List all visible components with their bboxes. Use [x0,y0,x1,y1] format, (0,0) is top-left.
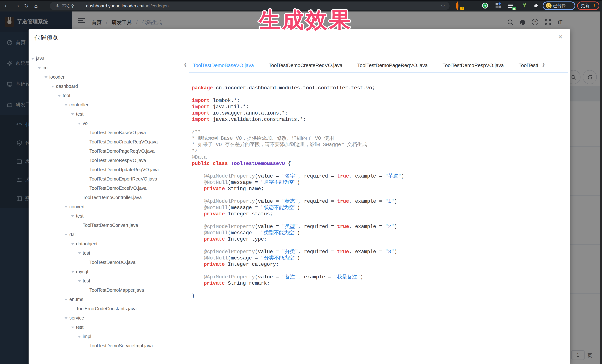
code-file-tab[interactable]: ToolTestDemoPageReqVO.java [350,59,435,73]
tree-folder-node[interactable]: test [29,248,185,258]
caret-down-icon[interactable] [76,334,83,339]
code-view: package cn.iocoder.dashboard.modules.too… [192,85,566,299]
code-file-tab[interactable]: ToolTestDemoUpdateReqVO.java [511,59,538,73]
extension-gem-icon[interactable] [470,3,476,9]
update-label: 更新 [581,3,589,9]
tree-file-node[interactable]: ToolTestDemoPageReqVO.java [29,146,185,156]
caret-down-icon[interactable] [36,65,43,70]
code-line: import java.util.*; [192,104,566,110]
browser-update-button[interactable]: 更新 ⋮ [577,1,599,10]
caret-down-icon[interactable] [76,250,83,256]
tree-folder-node[interactable]: convert [29,202,185,211]
code-line: @NotNull(message = "分类不能为空") [192,255,566,261]
tree-file-node[interactable]: ToolTestDemoCreateReqVO.java [29,137,185,146]
extensions-puzzle-icon[interactable] [533,3,539,8]
tree-file-node[interactable]: ToolTestDemoConvert.java [29,220,185,230]
home-icon[interactable]: ⌂ [33,3,39,9]
code-preview-dialog: 代码预览 ✕ javacniocoderdashboardtoolcontrol… [29,29,570,364]
caret-spacer [83,289,89,291]
tree-folder-node[interactable]: vo [29,119,185,128]
extension-grid-icon[interactable] [495,3,501,8]
tree-folder-node[interactable]: service [29,313,185,322]
tree-folder-node[interactable]: test [29,322,185,332]
caret-down-icon[interactable] [69,324,76,330]
tree-node-label: dataobject [76,241,97,246]
tree-file-node[interactable]: ToolTestDemoExportReqVO.java [29,174,185,184]
tree-folder-node[interactable]: enums [29,295,185,304]
browser-profile-chip[interactable]: 已暂停 [543,1,575,10]
tree-node-label: ToolTestDemoBaseVO.java [89,130,146,135]
code-line: private Integer category; [192,261,566,268]
dialog-title: 代码预览 [34,34,58,42]
tree-folder-node[interactable]: dashboard [29,82,185,91]
caret-down-icon[interactable] [69,213,76,218]
extension-green-icon[interactable]: y [482,3,488,9]
tree-folder-node[interactable]: controller [29,100,185,109]
tree-file-node[interactable]: ToolTestDemoUpdateReqVO.java [29,165,185,174]
code-file-tab[interactable]: ToolTestDemoBaseVO.java [189,59,261,73]
caret-down-icon[interactable] [69,111,76,117]
tree-folder-node[interactable]: tool [29,91,185,100]
url-text[interactable]: dashboard.yudao.iocoder.cn/tool/codegen [86,3,169,9]
back-icon[interactable]: ← [4,3,11,9]
caret-down-icon[interactable] [56,93,63,98]
caret-down-icon[interactable] [49,83,56,89]
tree-folder-node[interactable]: mysql [29,267,185,276]
tree-file-node[interactable]: ToolErrorCodeConstants.java [29,304,185,313]
tree-node-label: java [36,56,44,61]
extension-plant-icon[interactable] [522,3,527,8]
code-line [192,217,566,224]
caret-down-icon[interactable] [63,232,69,237]
tree-folder-node[interactable]: test [29,109,185,119]
tree-file-node[interactable]: ToolTestDemoExcelVO.java [29,184,185,193]
code-file-tab[interactable]: ToolTestDemoCreateReqVO.java [261,59,350,73]
caret-down-icon[interactable] [69,269,76,274]
caret-spacer [83,178,89,180]
tree-folder-node[interactable]: java [29,54,185,63]
caret-down-icon[interactable] [76,121,83,126]
code-line [192,91,566,97]
tree-folder-node[interactable]: cn [29,63,185,72]
tree-folder-node[interactable]: iocoder [29,72,185,82]
tree-node-label: ToolTestDemoConvert.java [83,223,138,228]
tabs-next-icon[interactable]: ❯ [542,62,545,67]
caret-down-icon[interactable] [63,204,69,209]
tree-file-node[interactable]: ToolTestDemoDO.java [29,258,185,267]
tree-folder-node[interactable]: dal [29,230,185,239]
caret-spacer [83,132,89,134]
code-line: public class ToolTestDemoBaseVO { [192,160,566,167]
tree-file-node[interactable]: ToolTestDemoController.java [29,193,185,202]
code-file-tab[interactable]: ToolTestDemoRespVO.java [435,59,511,73]
tree-file-node[interactable]: ToolTestDemoRespVO.java [29,156,185,165]
caret-spacer [76,197,83,198]
caret-down-icon[interactable] [43,74,49,80]
tree-file-node[interactable]: ToolTestDemoMapper.java [29,285,185,295]
caret-spacer [83,261,89,263]
caret-down-icon[interactable] [76,278,83,283]
address-bar[interactable]: ⚠ 不安全 dashboard.yudao.iocoder.cn/tool/co… [50,2,450,10]
security-label[interactable]: 不安全 [62,3,75,9]
caret-down-icon[interactable] [63,297,69,302]
tree-folder-node[interactable]: test [29,211,185,220]
tree-folder-node[interactable]: dataobject [29,239,185,248]
reload-icon[interactable]: ↻ [23,3,30,9]
caret-down-icon[interactable] [63,315,69,321]
code-line: @Data [192,154,566,160]
forward-icon[interactable]: → [13,3,20,9]
extension-list-icon[interactable]: on [508,3,515,9]
tree-node-label: ToolTestDemoCreateReqVO.java [89,139,158,144]
extension-orange-icon[interactable]: 1 [456,3,462,9]
caret-down-icon[interactable] [29,56,36,61]
caret-down-icon[interactable] [63,102,69,107]
tree-file-node[interactable]: ToolTestDemoBaseVO.java [29,128,185,137]
caret-down-icon[interactable] [69,241,76,246]
tabs-prev-icon[interactable]: ❮ [183,62,187,67]
tree-file-node[interactable]: ToolTestDemoServiceImpl.java [29,341,185,350]
tree-folder-node[interactable]: test [29,276,185,285]
bookmark-star-icon[interactable]: ☆ [441,3,445,8]
tree-folder-node[interactable]: impl [29,332,185,341]
close-icon[interactable]: ✕ [557,33,564,41]
profile-status: 已暂停 [553,3,566,9]
warning-icon: ⚠ [56,3,59,8]
more-menu-icon[interactable]: ⋮ [592,3,596,8]
